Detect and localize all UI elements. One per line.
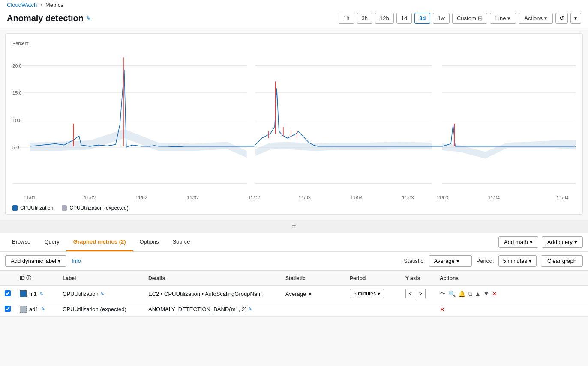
tabs-right: Add math ▾ Add query ▾ (498, 233, 583, 251)
divider-handle[interactable]: = (0, 220, 588, 233)
row1-statistic: Average (285, 291, 306, 297)
svg-text:10.0: 10.0 (12, 117, 21, 122)
row1-stat-arrow[interactable]: ▾ (309, 291, 312, 297)
legend-expected-label: CPUUtilization (expected) (69, 205, 128, 211)
svg-rect-11 (432, 48, 442, 202)
row1-math-icon[interactable]: 〜 (440, 290, 446, 298)
tab-source[interactable]: Source (165, 233, 197, 251)
row1-copy-icon[interactable]: ⧉ (468, 290, 472, 298)
row2-label-cell: CPUUtilization (expected) (58, 302, 144, 317)
tab-browse[interactable]: Browse (5, 233, 37, 251)
svg-rect-10 (247, 48, 255, 202)
svg-text:11/01: 11/01 (24, 195, 36, 200)
row2-external-link-icon[interactable]: ✎ (248, 306, 252, 312)
page-header: Anomaly detection ✎ 1h 3h 12h 1d 3d 1w C… (0, 10, 588, 28)
breadcrumb-bar: CloudWatch > Metrics (0, 0, 588, 10)
row1-checkbox[interactable] (5, 290, 11, 296)
table-row: m1 ✎ CPUUtilization ✎ EC2 • CPUUtilizati… (0, 286, 588, 302)
row2-details: ANOMALY_DETECTION_BAND(m1, 2) (148, 306, 246, 312)
page-title-area: Anomaly detection ✎ (7, 13, 91, 23)
statistic-label: Statistic: (404, 258, 425, 264)
row1-external-link-icon[interactable]: ✎ (100, 291, 104, 297)
row2-period-cell (345, 302, 401, 317)
row1-details-cell: EC2 • CPUUtilization • AutoScalingGroupN… (144, 286, 281, 302)
time-btn-1d[interactable]: 1d (396, 13, 412, 24)
row2-id-edit-icon[interactable]: ✎ (41, 306, 45, 312)
row1-yaxis-nav: < > (405, 289, 431, 298)
col-actions: Actions (435, 271, 588, 286)
svg-text:11/03: 11/03 (402, 195, 414, 200)
row1-actions-cell: 〜 🔍 🔔 ⧉ ▲ ▼ ✕ (435, 286, 588, 302)
breadcrumb-metrics: Metrics (45, 2, 63, 8)
statistic-select[interactable]: Average ▾ (429, 255, 472, 267)
col-statistic: Statistic (281, 271, 345, 286)
time-btn-12h[interactable]: 12h (375, 13, 394, 24)
period-select[interactable]: 5 minutes ▾ (498, 255, 537, 267)
col-checkbox (0, 271, 15, 286)
row1-delete-icon[interactable]: ✕ (492, 290, 497, 297)
legend-cpu-color (12, 205, 18, 211)
row1-up-icon[interactable]: ▲ (475, 290, 481, 297)
tab-query[interactable]: Query (37, 233, 66, 251)
svg-text:11/02: 11/02 (135, 195, 147, 200)
col-period: Period (345, 271, 401, 286)
dynamic-label-arrow: ▾ (58, 258, 61, 264)
row2-color-swatch (20, 306, 27, 313)
col-details: Details (144, 271, 281, 286)
time-btn-3h[interactable]: 3h (357, 13, 372, 24)
refresh-button[interactable]: ↺ (555, 13, 568, 24)
row1-period-arrow: ▾ (378, 291, 380, 297)
add-math-button[interactable]: Add math ▾ (498, 236, 538, 248)
time-controls: 1h 3h 12h 1d 3d 1w Custom ⊞ Line ▾ Actio… (339, 13, 581, 24)
row2-id-cell: ad1 ✎ (15, 302, 58, 317)
metrics-toolbar-right: Statistic: Average ▾ Period: 5 minutes ▾… (404, 255, 583, 267)
table-row: ad1 ✎ CPUUtilization (expected) ANOMALY_… (0, 302, 588, 317)
period-label: Period: (476, 258, 494, 264)
svg-text:11/02: 11/02 (187, 195, 199, 200)
row1-statistic-cell: Average ▾ (281, 286, 345, 302)
row1-label: CPUUtilization (63, 291, 99, 297)
row2-checkbox-cell (0, 302, 15, 317)
row1-yaxis-left[interactable]: < (405, 289, 415, 298)
info-link[interactable]: Info (72, 258, 81, 264)
tab-graphed-metrics[interactable]: Graphed metrics (2) (66, 233, 133, 251)
row2-label: CPUUtilization (expected) (63, 306, 126, 312)
row1-yaxis-right[interactable]: > (416, 289, 426, 298)
time-btn-custom[interactable]: Custom ⊞ (452, 13, 487, 24)
clear-graph-button[interactable]: Clear graph (541, 255, 583, 267)
time-btn-1h[interactable]: 1h (339, 13, 354, 24)
chart-container: Percent 20.0 15.0 10.0 5.0 (5, 33, 583, 215)
time-btn-1w[interactable]: 1w (433, 13, 450, 24)
add-query-button[interactable]: Add query ▾ (542, 236, 583, 248)
tab-options[interactable]: Options (133, 233, 166, 251)
calendar-icon: ⊞ (478, 15, 483, 21)
period-arrow: ▾ (529, 258, 532, 264)
time-btn-3d[interactable]: 3d (414, 13, 430, 24)
row1-down-icon[interactable]: ▼ (483, 290, 489, 297)
row1-id-edit-icon[interactable]: ✎ (39, 291, 43, 297)
svg-text:11/02: 11/02 (84, 195, 96, 200)
breadcrumb-cloudwatch[interactable]: CloudWatch (7, 2, 37, 8)
add-dynamic-label-button[interactable]: Add dynamic label ▾ (5, 255, 66, 267)
actions-button[interactable]: Actions ▾ (519, 13, 553, 24)
row1-id: m1 (29, 291, 37, 297)
row1-details: EC2 • CPUUtilization • AutoScalingGroupN… (148, 291, 262, 297)
row1-bell-icon[interactable]: 🔔 (458, 290, 465, 297)
title-edit-icon[interactable]: ✎ (86, 15, 91, 22)
legend-expected-color (62, 205, 67, 211)
caret-button[interactable]: ▾ (570, 13, 581, 24)
chart-type-dropdown[interactable]: Line ▾ (490, 13, 516, 24)
row1-period-value: 5 minutes (354, 291, 376, 297)
chart-svg: 20.0 15.0 10.0 5.0 (12, 48, 576, 202)
svg-text:15.0: 15.0 (12, 90, 21, 95)
row2-delete-icon[interactable]: ✕ (440, 306, 445, 313)
row2-checkbox[interactable] (5, 306, 11, 312)
col-label: Label (58, 271, 144, 286)
row1-period-dropdown[interactable]: 5 minutes ▾ (350, 289, 384, 298)
svg-text:20.0: 20.0 (12, 63, 21, 68)
row2-details-cell: ANOMALY_DETECTION_BAND(m1, 2) ✎ (144, 302, 281, 317)
svg-text:11/04: 11/04 (488, 195, 500, 200)
row2-statistic-cell (281, 302, 345, 317)
actions-arrow: ▾ (544, 15, 547, 21)
row1-search-icon[interactable]: 🔍 (448, 290, 456, 297)
